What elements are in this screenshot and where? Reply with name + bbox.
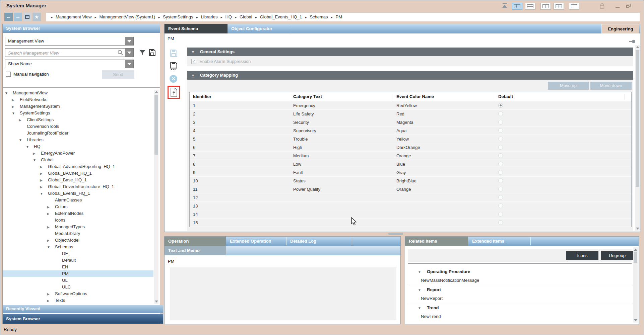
tree-item-EnergyAndPower[interactable]: ▶EnergyAndPower — [3, 150, 153, 157]
table-row[interactable]: 6HighDarkOrange — [190, 143, 631, 152]
tree-collapse-icon[interactable]: ▼ — [5, 90, 13, 97]
tree-collapse-icon[interactable]: ▼ — [47, 244, 55, 251]
tree-item-ConversionTools[interactable]: ConversionTools — [3, 123, 153, 130]
tree-expand-icon[interactable]: ▶ — [47, 237, 55, 244]
default-radio[interactable] — [498, 178, 503, 183]
default-radio[interactable] — [498, 111, 503, 116]
related-scrollbar[interactable] — [633, 247, 638, 323]
related-item[interactable]: NewMassNotificationMessage — [408, 276, 632, 284]
tab-operation[interactable]: Operation — [165, 237, 226, 246]
default-radio[interactable] — [498, 137, 503, 141]
tree-expand-icon[interactable]: ▶ — [12, 103, 20, 110]
primary-scrollbar-thumb[interactable] — [636, 50, 639, 187]
filter-button[interactable] — [139, 49, 146, 57]
tree-collapse-icon[interactable]: ▼ — [12, 110, 20, 117]
primary-scrollbar[interactable] — [635, 45, 640, 231]
layout-split-left-icon[interactable] — [512, 3, 522, 10]
tree-collapse-icon[interactable]: ▼ — [26, 144, 34, 150]
layout-split-bottom-icon[interactable] — [525, 3, 535, 10]
scroll-down-icon[interactable] — [636, 228, 639, 230]
column-event-color-name[interactable]: Event Color Name — [396, 92, 434, 101]
layout-single-icon[interactable] — [569, 3, 579, 10]
tree-item-UL[interactable]: UL — [3, 277, 153, 284]
splitter-handle[interactable] — [388, 233, 403, 235]
forward-button[interactable]: → — [14, 13, 22, 21]
favorites-button[interactable]: ★ — [33, 13, 41, 21]
default-radio[interactable] — [498, 187, 503, 191]
dock-top-icon[interactable] — [502, 3, 508, 9]
tree-scrollbar[interactable] — [154, 90, 158, 304]
tree-item-Libraries[interactable]: ▼Libraries — [3, 137, 153, 143]
layout-quad-icon[interactable] — [554, 3, 564, 10]
scroll-up-icon[interactable] — [636, 46, 639, 48]
default-radio[interactable] — [498, 153, 503, 158]
tree-item-ClientSettings[interactable]: ▶ClientSettings — [3, 116, 153, 123]
move-up-button[interactable]: Move up — [548, 82, 589, 90]
breadcrumb-item[interactable]: ManagementView (System1) — [100, 14, 155, 19]
tree-item-Colors[interactable]: ▶Colors — [3, 203, 153, 210]
tree-collapse-icon[interactable]: ▼ — [19, 137, 27, 144]
back-button[interactable]: ← — [4, 13, 13, 21]
tree-expand-icon[interactable]: ▶ — [47, 224, 55, 231]
table-row[interactable]: 3SecurityMagenta — [190, 118, 631, 127]
import-button[interactable] — [170, 88, 178, 98]
tree-item-Icons[interactable]: Icons — [3, 217, 153, 224]
tree-item-Global_BACnet_HQ_1[interactable]: ▶Global_BACnet_HQ_1 — [3, 170, 153, 177]
save-button[interactable] — [169, 49, 178, 59]
tab-extended-items[interactable]: Extended Items — [468, 237, 530, 246]
alarm-suppression-checkbox[interactable]: ✓ — [191, 59, 196, 64]
related-group-report[interactable]: ▼Report — [408, 285, 632, 294]
group-collapse-icon[interactable]: ▼ — [418, 268, 427, 276]
general-settings-header[interactable]: ▼ General Settings — [187, 48, 633, 56]
tab-event-schema[interactable]: Event Schema — [165, 24, 228, 33]
tree-item-JournalingRootFolder[interactable]: JournalingRootFolder — [3, 130, 153, 137]
engineering-mode-button[interactable]: Engineering — [601, 24, 639, 33]
breadcrumb-item[interactable]: Global_Events_HQ_1 — [260, 14, 302, 19]
tree-item-MediaLibrary[interactable]: MediaLibrary — [3, 230, 153, 237]
tree-item-Global_AdvancedReporting_HQ_1[interactable]: ▶Global_AdvancedReporting_HQ_1 — [3, 163, 153, 170]
table-row[interactable]: 13 — [190, 202, 631, 210]
pin-indicator-icon[interactable] — [629, 39, 636, 44]
move-down-button[interactable]: Move down — [590, 82, 632, 90]
tree-collapse-icon[interactable]: ▼ — [33, 157, 41, 164]
related-scrollbar-thumb[interactable] — [634, 252, 637, 263]
tree-scrollbar-thumb[interactable] — [154, 95, 158, 155]
tree-expand-icon[interactable]: ▶ — [12, 97, 20, 103]
breadcrumb-item[interactable]: Libraries — [201, 14, 218, 19]
tab-text-and-memo[interactable]: Text and Memo — [165, 246, 226, 255]
tree-item-ObjectModel[interactable]: ▶ObjectModel — [3, 237, 153, 244]
group-collapse-icon[interactable]: ▼ — [418, 304, 427, 313]
table-row[interactable]: 5TroubleYellow — [190, 135, 631, 143]
system-browser-collapsed-bar[interactable]: System Browser — [3, 314, 163, 324]
icons-button[interactable]: Icons — [566, 251, 598, 260]
search-dropdown-button[interactable] — [125, 49, 133, 57]
memo-area[interactable] — [170, 267, 396, 320]
default-radio[interactable] — [498, 103, 503, 108]
category-mapping-header[interactable]: ▼ Category Mapping — [187, 71, 633, 80]
tree-expand-icon[interactable]: ▶ — [40, 170, 48, 177]
scroll-down-icon[interactable] — [634, 319, 637, 321]
minimize-button[interactable] — [616, 7, 620, 8]
breadcrumb-item[interactable]: SystemSettings — [163, 14, 193, 19]
default-radio[interactable] — [498, 128, 503, 133]
tree-item-Schemas[interactable]: ▼Schemas — [3, 244, 153, 250]
view-selector-dropdown-button[interactable] — [125, 37, 133, 45]
related-group-trend[interactable]: ▼Trend — [408, 304, 632, 312]
tree-item-FieldNetworks[interactable]: ▶FieldNetworks — [3, 96, 153, 103]
tree-expand-icon[interactable]: ▶ — [33, 150, 41, 157]
tree-item-ULC[interactable]: ULC — [3, 284, 153, 290]
table-row[interactable]: 11Power QualityOrange — [190, 185, 631, 193]
save-as-button[interactable] — [169, 62, 178, 71]
search-input[interactable] — [5, 49, 119, 57]
tab-related-items[interactable]: Related Items — [405, 237, 468, 246]
table-row[interactable]: 14 — [190, 210, 631, 219]
table-row[interactable]: 15 — [190, 219, 631, 227]
restore-button[interactable] — [626, 4, 632, 9]
table-row[interactable]: 4SupervisoryAqua — [190, 127, 631, 135]
breadcrumb-item[interactable]: Management View — [56, 14, 91, 19]
display-mode-dropdown-button[interactable] — [125, 60, 133, 68]
default-radio[interactable] — [498, 162, 503, 166]
breadcrumb-item[interactable]: PM — [336, 14, 342, 19]
tree-expand-icon[interactable]: ▶ — [47, 204, 55, 211]
column-default[interactable]: Default — [498, 92, 513, 101]
